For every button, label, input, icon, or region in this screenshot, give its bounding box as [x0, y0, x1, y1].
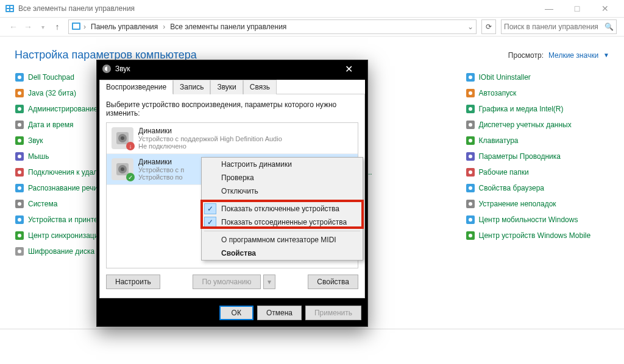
- address-bar[interactable]: › Панель управления › Все элементы панел…: [68, 19, 477, 34]
- view-label: Просмотр:: [508, 51, 544, 60]
- cp-item-link[interactable]: Подключения к удале: [28, 168, 102, 177]
- search-icon[interactable]: 🔍: [604, 23, 614, 31]
- device-name: Динамики: [138, 127, 282, 135]
- cp-item-link[interactable]: Автозапуск: [479, 89, 517, 97]
- default-dropdown[interactable]: ▾: [263, 275, 275, 289]
- maximize-button[interactable]: □: [563, 0, 591, 17]
- cp-item[interactable]: Рабочие папки: [466, 166, 610, 178]
- ctx-separator: [204, 200, 360, 200]
- cp-item[interactable]: IObit Uninstaller: [466, 71, 610, 83]
- cp-item-icon: [466, 167, 475, 177]
- cp-item-link[interactable]: Мышь: [28, 152, 49, 161]
- configure-button[interactable]: Настроить: [106, 275, 160, 289]
- svg-point-24: [18, 202, 21, 206]
- ctx-configure-speakers[interactable]: Настроить динамики: [202, 158, 363, 171]
- cp-item-link[interactable]: IObit Uninstaller: [479, 73, 531, 82]
- svg-rect-2: [10, 6, 13, 8]
- default-button[interactable]: По умолчанию: [193, 275, 260, 289]
- cp-item-link[interactable]: Графика и медиа Intel(R): [479, 105, 564, 113]
- cp-item-link[interactable]: Диспетчер учетных данных: [479, 121, 572, 129]
- back-button[interactable]: ←: [7, 21, 20, 33]
- cp-item-icon: [15, 247, 24, 256]
- svg-point-56: [121, 136, 124, 140]
- breadcrumb-1[interactable]: Все элементы панели управления: [168, 23, 289, 31]
- tab-sounds[interactable]: Звуки: [210, 80, 243, 94]
- up-button[interactable]: ↑: [51, 21, 63, 33]
- search-input[interactable]: [504, 23, 604, 31]
- cp-item-link[interactable]: Устранение неполадок: [479, 200, 556, 208]
- close-button[interactable]: ✕: [591, 0, 619, 17]
- device-sub2: Не подключено: [138, 142, 282, 150]
- cp-item[interactable]: Свойства браузера: [466, 182, 610, 194]
- view-value[interactable]: Мелкие значки: [548, 51, 598, 60]
- search-box[interactable]: 🔍: [501, 19, 617, 34]
- tab-playback[interactable]: Воспроизведение: [99, 80, 173, 94]
- device-item[interactable]: ↓ Динамики Устройство с поддержкой High …: [107, 123, 358, 154]
- cp-item-link[interactable]: Распознавание речи: [28, 184, 98, 192]
- cp-item[interactable]: Устранение неполадок: [466, 198, 610, 210]
- ctx-label: Показать отключенные устройства: [221, 205, 339, 213]
- svg-rect-0: [5, 5, 14, 12]
- cp-item-link[interactable]: Дата и время: [28, 121, 73, 129]
- svg-point-48: [469, 202, 472, 206]
- cancel-button[interactable]: Отмена: [257, 306, 302, 320]
- cp-item-link[interactable]: Клавиатура: [479, 136, 519, 145]
- cp-item-link[interactable]: Звук: [28, 136, 43, 145]
- properties-button[interactable]: Свойства: [308, 275, 358, 289]
- cp-item[interactable]: Автозапуск: [466, 87, 610, 99]
- cp-item[interactable]: Диспетчер учетных данных: [466, 119, 610, 131]
- cp-item-link[interactable]: Система: [28, 200, 57, 208]
- chevron-down-icon[interactable]: ▼: [603, 52, 609, 58]
- ctx-disable[interactable]: Отключить: [202, 184, 363, 198]
- svg-point-16: [18, 139, 21, 142]
- cp-item-link[interactable]: Java (32 бита): [28, 89, 76, 97]
- svg-point-44: [469, 170, 472, 174]
- cp-item-icon: [15, 183, 24, 193]
- dialog-titlebar[interactable]: Звук ✕: [97, 60, 367, 77]
- cp-item[interactable]: Центр устройств Windows Mobile: [466, 229, 610, 242]
- refresh-button[interactable]: ⟳: [481, 19, 496, 34]
- ctx-show-disconnected[interactable]: ✓ Показать отсоединенные устройства: [202, 215, 363, 229]
- breadcrumb-0[interactable]: Панель управления: [88, 23, 160, 31]
- dropdown-icon[interactable]: ⌄: [467, 23, 473, 31]
- dialog-close-button[interactable]: ✕: [335, 60, 363, 77]
- cp-item-icon: [15, 167, 24, 177]
- ctx-test[interactable]: Проверка: [202, 171, 363, 184]
- cp-item-link[interactable]: Рабочие папки: [479, 168, 529, 177]
- svg-rect-1: [7, 6, 9, 8]
- cp-item-link[interactable]: Шифрование диска Bi: [28, 247, 103, 256]
- cp-item-link[interactable]: Администрирование: [28, 105, 98, 113]
- svg-point-46: [469, 186, 472, 190]
- recent-dropdown[interactable]: ▾: [37, 21, 49, 33]
- cp-item-icon: [466, 152, 475, 161]
- cp-item-link[interactable]: Устройства и принтер: [28, 215, 102, 224]
- cp-item-link[interactable]: Центр мобильности Windows: [479, 215, 578, 224]
- svg-point-28: [18, 234, 21, 237]
- dialog-ok-row: ОК Отмена Применить: [97, 301, 367, 326]
- svg-rect-6: [73, 24, 79, 29]
- tab-recording[interactable]: Запись: [173, 80, 210, 94]
- cp-item-link[interactable]: Параметры Проводника: [479, 152, 561, 161]
- cp-item[interactable]: Клавиатура: [466, 135, 610, 147]
- svg-point-10: [18, 91, 21, 95]
- apply-button[interactable]: Применить: [305, 306, 361, 320]
- cp-item[interactable]: Параметры Проводника: [466, 150, 610, 163]
- control-panel-icon: [5, 4, 15, 13]
- ctx-properties[interactable]: Свойства: [202, 247, 363, 260]
- cp-item[interactable]: Графика и медиа Intel(R): [466, 103, 610, 115]
- forward-button[interactable]: →: [22, 21, 34, 33]
- tab-description: Выберите устройство воспроизведения, пар…: [106, 100, 358, 117]
- cp-item-link[interactable]: Dell Touchpad: [28, 73, 74, 82]
- ctx-show-disabled[interactable]: ✓ Показать отключенные устройства: [202, 202, 363, 215]
- cp-item-link[interactable]: Свойства браузера: [479, 184, 545, 192]
- cp-item-link[interactable]: Центр синхронизаци: [28, 231, 98, 240]
- cp-item-icon: [466, 88, 475, 98]
- cp-item[interactable]: Центр мобильности Windows: [466, 214, 610, 226]
- ctx-about-midi[interactable]: О программном синтезаторе MIDI: [202, 233, 363, 247]
- cp-item-icon: [466, 183, 475, 193]
- svg-point-26: [18, 218, 21, 222]
- minimize-button[interactable]: —: [535, 0, 563, 17]
- cp-item-link[interactable]: Центр устройств Windows Mobile: [479, 231, 591, 240]
- ok-button[interactable]: ОК: [219, 306, 254, 320]
- tab-communications[interactable]: Связь: [243, 80, 277, 94]
